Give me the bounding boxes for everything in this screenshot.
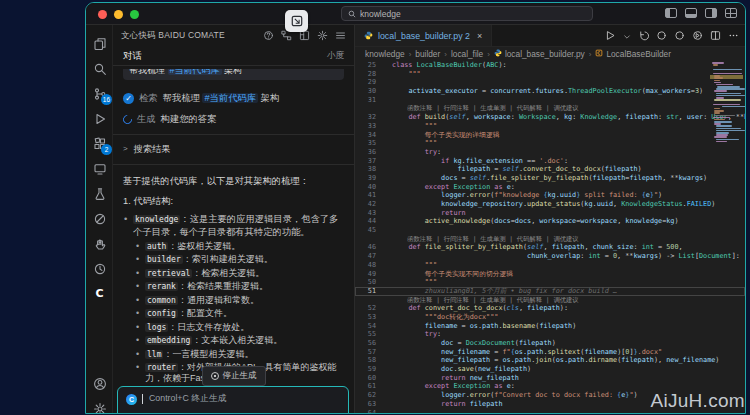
activity-bar-accounts[interactable] bbox=[86, 371, 113, 396]
code-line[interactable]: 28 """ bbox=[355, 70, 745, 79]
circle-icon[interactable] bbox=[674, 27, 685, 45]
codelens-row[interactable]: 函数注释 | 行间注释 | 生成单测 | 代码解释 | 调优建议 bbox=[355, 235, 745, 244]
code-line[interactable]: 59 doc.save(new_filepath) bbox=[355, 365, 745, 374]
code-line[interactable]: 29 bbox=[355, 78, 745, 87]
send-icon[interactable] bbox=[329, 413, 340, 414]
text-cursor bbox=[142, 394, 143, 404]
activity-bar-run-and-debug[interactable] bbox=[86, 106, 113, 131]
editor-tab[interactable]: local_base_builder.py 2 × bbox=[355, 25, 492, 46]
step-back-icon[interactable] bbox=[638, 27, 649, 45]
code-line[interactable]: 37 if kg.file_extension == '.doc': bbox=[355, 157, 745, 166]
code-line[interactable]: 34 每个子类实现的详细逻辑 bbox=[355, 131, 745, 140]
breadcrumb-item[interactable]: knowledge bbox=[365, 49, 405, 59]
codelens-row[interactable]: 函数注释 | 行间注释 | 生成单测 | 代码解释 | 调优建议 bbox=[355, 104, 745, 113]
code-line[interactable]: 47 chunk_overlap: int = 0, **kwargs) -> … bbox=[355, 252, 745, 261]
menu-icon[interactable] bbox=[335, 30, 346, 43]
current-code-line[interactable]: 51 zhuxuliang01, 5个月前 • bug fix for docx… bbox=[355, 287, 745, 296]
line-number: 63 bbox=[355, 400, 383, 409]
code-line[interactable]: 45 bbox=[355, 226, 745, 235]
activity-bar-assistant-tool[interactable] bbox=[86, 231, 113, 256]
code-line[interactable]: 49 每个子类实现不同的切分逻辑 bbox=[355, 270, 745, 279]
code-line[interactable]: 53 """doc转化为docx""" bbox=[355, 313, 745, 322]
run-dropdown-icon[interactable] bbox=[623, 27, 631, 45]
toggle-left-sidebar-icon[interactable] bbox=[665, 8, 677, 18]
vscode-window: knowledge 162C 文心快码 BAIDU COMATE 对话 小度 bbox=[85, 2, 746, 414]
minimap[interactable] bbox=[710, 62, 743, 413]
screencast-overlay-icon[interactable] bbox=[285, 10, 308, 32]
line-number: 30 bbox=[355, 87, 383, 96]
line-number: 61 bbox=[355, 382, 383, 391]
code-line[interactable]: 48 """ bbox=[355, 261, 745, 270]
activity-bar-search[interactable] bbox=[86, 56, 113, 81]
run-circle-icon[interactable] bbox=[692, 27, 703, 45]
code-line[interactable]: 56 doc = DocxDocument(filepath) bbox=[355, 339, 745, 348]
answer-sub-item: common：通用逻辑和常数。 bbox=[135, 295, 344, 306]
code-line[interactable]: 39 docs = self.file_spliter_by_filepath(… bbox=[355, 174, 745, 183]
code-line[interactable]: 41 logger.error(f"knowledge {kg.uuid} sp… bbox=[355, 191, 745, 200]
code-line[interactable]: 31 bbox=[355, 96, 745, 105]
activity-bar-extensions[interactable]: 2 bbox=[86, 131, 113, 156]
toggle-right-sidebar-icon[interactable] bbox=[705, 8, 717, 18]
run-button[interactable] bbox=[605, 27, 616, 45]
code-area[interactable]: 25class LocalBaseBuilder(ABC):28 """2930… bbox=[355, 61, 745, 413]
code-line[interactable]: 58 new_filepath = os.path.join(os.path.d… bbox=[355, 356, 745, 365]
minimize-window-button[interactable] bbox=[114, 10, 123, 19]
breadcrumb-item[interactable]: builder bbox=[415, 49, 440, 59]
activity-bar-testing[interactable] bbox=[86, 181, 113, 206]
code-line[interactable]: 38 filepath = self.convert_doc_to_docx(f… bbox=[355, 165, 745, 174]
toggle-bottom-panel-icon[interactable] bbox=[685, 8, 697, 18]
breadcrumb-item[interactable]: LocalBaseBuilder bbox=[595, 49, 671, 59]
zoom-window-button[interactable] bbox=[130, 10, 139, 19]
line-number: 50 bbox=[355, 278, 383, 287]
codebase-tag[interactable]: #当前代码库 bbox=[168, 69, 222, 75]
code-line[interactable]: 44 active_knowledge(docs=docs, workspace… bbox=[355, 217, 745, 226]
command-center-search[interactable]: knowledge bbox=[341, 6, 593, 21]
code-line[interactable]: 57 new_filename = f"{os.path.splitext(fi… bbox=[355, 348, 745, 357]
circle-icon[interactable] bbox=[656, 27, 667, 45]
tab-conversation[interactable]: 对话 bbox=[123, 50, 327, 63]
activity-bar-explorer[interactable] bbox=[86, 31, 113, 56]
code-line[interactable]: 25class LocalBaseBuilder(ABC): bbox=[355, 61, 745, 70]
code-line[interactable]: 40 except Exception as e: bbox=[355, 183, 745, 192]
line-number: 54 bbox=[355, 322, 383, 331]
code-line[interactable]: 52 def convert_doc_to_docx(cls, filepath… bbox=[355, 304, 745, 313]
code-line[interactable]: 33 """ bbox=[355, 122, 745, 131]
activity-bar-comate[interactable]: C bbox=[86, 281, 113, 306]
activity-bar-source-control[interactable]: 16 bbox=[86, 81, 113, 106]
chat-input[interactable]: C Control+C 终止生成 /指令|@插件|#知识 bbox=[117, 386, 349, 414]
code-line[interactable]: 32 def build(self, workspace: Workspace,… bbox=[355, 113, 745, 122]
code-line[interactable]: 55 try: bbox=[355, 330, 745, 339]
code-line[interactable]: 30 activate_executor = concurrent.future… bbox=[355, 87, 745, 96]
code-line[interactable]: 43 return bbox=[355, 209, 745, 218]
badge: 16 bbox=[101, 94, 112, 105]
more-actions-icon[interactable] bbox=[728, 27, 739, 45]
close-window-button[interactable] bbox=[98, 10, 107, 19]
gear-icon[interactable] bbox=[317, 30, 328, 43]
breadcrumb-item[interactable]: local_file bbox=[451, 49, 483, 59]
answer-sub-item: logs：日志文件存放处。 bbox=[135, 322, 344, 333]
code-line[interactable]: 42 knowledge_repository.update_status(kg… bbox=[355, 200, 745, 209]
line-number: 36 bbox=[355, 148, 383, 157]
activity-bar-remote-explorer[interactable] bbox=[86, 156, 113, 181]
split-editor-icon[interactable] bbox=[710, 27, 721, 45]
activity-bar: 162C bbox=[86, 25, 113, 413]
code-line[interactable]: 50 """ bbox=[355, 278, 745, 287]
breadcrumb-item[interactable]: local_base_builder.py bbox=[494, 49, 585, 59]
search-results-toggle[interactable]: > 搜索结果 bbox=[123, 143, 344, 155]
activity-bar-problems-tool[interactable] bbox=[86, 206, 113, 231]
code-line[interactable]: 35 """ bbox=[355, 139, 745, 148]
comate-logo-icon: C bbox=[126, 394, 137, 405]
activity-bar-timeline-tool[interactable] bbox=[86, 256, 113, 281]
code-line[interactable]: 46 def file_spliter_by_filepath(self, fi… bbox=[355, 243, 745, 252]
codebase-tag[interactable]: #当前代码库 bbox=[202, 93, 258, 103]
code-line[interactable]: 54 filename = os.path.basename(filepath) bbox=[355, 322, 745, 331]
codelens-row[interactable]: 函数注释 | 行间注释 | 生成单测 | 代码解释 | 调优建议 bbox=[355, 296, 745, 305]
close-tab-icon[interactable]: × bbox=[477, 31, 482, 41]
assistant-label[interactable]: 小度 bbox=[327, 50, 344, 62]
help-icon[interactable] bbox=[263, 30, 274, 43]
activity-bar-manage[interactable] bbox=[86, 396, 113, 414]
code-line[interactable]: 36 try: bbox=[355, 148, 745, 157]
stop-generating-button[interactable]: 停止生成 bbox=[202, 366, 266, 386]
customize-layout-icon[interactable] bbox=[725, 8, 737, 18]
code-line[interactable]: 60 return new_filepath bbox=[355, 374, 745, 383]
